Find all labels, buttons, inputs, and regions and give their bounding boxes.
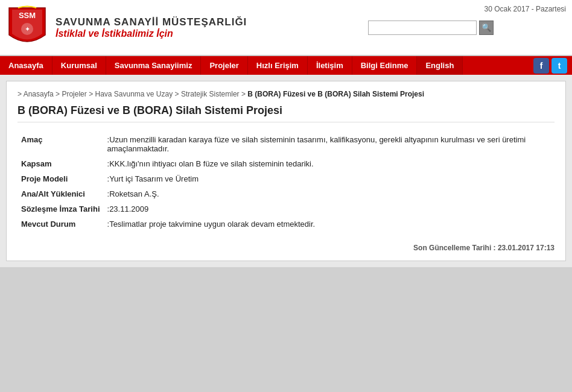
nav-savunma[interactable]: Savunma Sanayiimiz [106,56,202,75]
bc-anasayfa[interactable]: Anasayfa [24,90,54,98]
field-label: Ana/Alt Yüklenici [17,186,104,201]
detail-row: Amaç:Uzun menzilli karadan karaya füze v… [17,132,555,156]
bc-arrow: > [17,90,24,98]
logo-area: SSM ✦ SAVUNMA SANAYİİ MÜSTEŞARLIĞI İstik… [6,5,247,50]
nav-kurumsal[interactable]: Kurumsal [52,56,106,75]
detail-row: Sözleşme İmza Tarihi:23.11.2009 [17,201,555,217]
last-update-label: Son Güncelleme Tarihi : [413,244,495,252]
org-text: SAVUNMA SANAYİİ MÜSTEŞARLIĞI İstiklal ve… [56,16,247,39]
search-area: 🔍 [368,21,494,35]
field-label: Sözleşme İmza Tarihi [17,201,104,217]
detail-row: Mevcut Durum:Teslimatlar proje takvimine… [17,217,555,232]
field-label: Kapsam [17,156,104,171]
detail-row: Kapsam:KKK.lığı'nın ihtiyacı olan B füze… [17,156,555,171]
bc-hava[interactable]: Hava Savunma ve Uzay [95,90,173,98]
org-slogan: İstiklal ve İstikbalimiz İçin [56,28,247,39]
search-button[interactable]: 🔍 [479,21,494,35]
field-label: Amaç [17,132,104,156]
bc-projeler[interactable]: Projeler [62,90,86,98]
search-input[interactable] [368,21,477,35]
content-wrapper: > Anasayfa > Projeler > Hava Savunma ve … [0,75,572,267]
bc-stratejik[interactable]: Stratejik Sistemler [181,90,240,98]
detail-row: Proje Modeli:Yurt içi Tasarım ve Üretim [17,171,555,186]
ssm-logo: SSM ✦ [6,5,48,50]
field-value: :23.11.2009 [104,201,555,217]
social-icons: f t [529,56,572,75]
svg-text:✦: ✦ [25,25,30,33]
nav-iletisim[interactable]: İletişim [308,56,352,75]
twitter-icon[interactable]: t [551,58,567,74]
last-update: Son Güncelleme Tarihi : 23.01.2017 17:13 [17,244,555,252]
content-box: > Anasayfa > Projeler > Hava Savunma ve … [6,81,566,261]
field-value: :Yurt içi Tasarım ve Üretim [104,171,555,186]
org-name: SAVUNMA SANAYİİ MÜSTEŞARLIĞI [56,16,247,28]
svg-text:SSM: SSM [19,11,36,20]
nav-hizli[interactable]: Hızlı Erişim [248,56,308,75]
bc-current: B (BORA) Füzesi ve B (BORA) Silah Sistem… [247,90,424,98]
breadcrumb: > Anasayfa > Projeler > Hava Savunma ve … [17,90,555,98]
field-value: :Teslimatlar proje takvimine uygun olara… [104,217,555,232]
page-title: B (BORA) Füzesi ve B (BORA) Silah Sistem… [17,104,555,122]
field-label: Mevcut Durum [17,217,104,232]
last-update-value: 23.01.2017 17:13 [498,244,555,252]
field-value: :Roketsan A.Ş. [104,186,555,201]
date-display: 30 Ocak 2017 - Pazartesi [485,5,566,13]
header: SSM ✦ SAVUNMA SANAYİİ MÜSTEŞARLIĞI İstik… [0,0,572,56]
nav-english[interactable]: English [417,56,463,75]
field-label: Proje Modeli [17,171,104,186]
detail-row: Ana/Alt Yüklenici:Roketsan A.Ş. [17,186,555,201]
field-value: :Uzun menzilli karadan karaya füze ve si… [104,132,555,156]
nav-anasayfa[interactable]: Anasayfa [0,56,52,75]
field-value: :KKK.lığı'nın ihtiyacı olan B füze ve si… [104,156,555,171]
detail-table: Amaç:Uzun menzilli karadan karaya füze v… [17,132,555,232]
nav-projeler[interactable]: Projeler [201,56,247,75]
nav-bar: Anasayfa Kurumsal Savunma Sanayiimiz Pro… [0,56,572,75]
facebook-icon[interactable]: f [533,58,549,74]
nav-bilgi[interactable]: Bilgi Edinme [352,56,418,75]
